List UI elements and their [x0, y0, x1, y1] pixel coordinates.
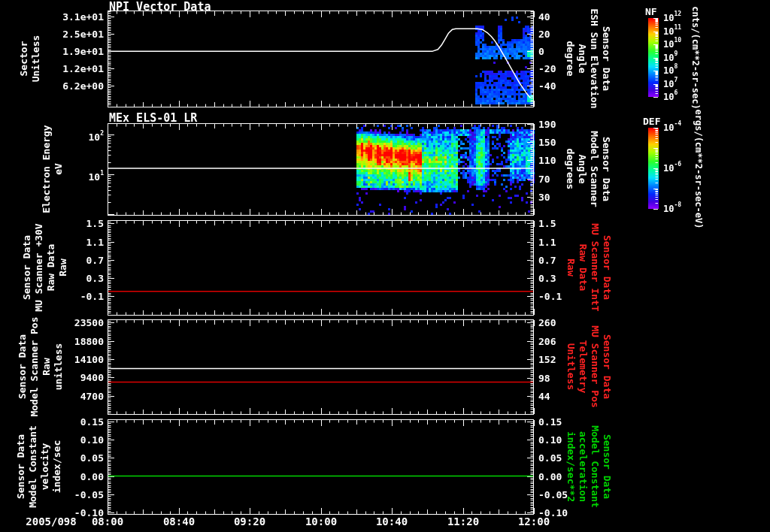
y-tick-label-left: 2.5e+01 [44, 29, 104, 40]
colorbar-def-unit-label: ergs/(cm**2-sr-sec-eV) [693, 110, 704, 229]
x-tick-label: 11:20 [437, 515, 490, 527]
ylabel-right-model-constant-acceleration: Sensor Data Model Constant acceleration … [565, 425, 613, 508]
x-tick-label: 10:40 [365, 515, 418, 527]
ylabel-right-mu-scanner-pos: Sensor Data MU Scanner Pos Telemetry Uni… [565, 325, 613, 408]
colorbar-nf-tick-label: 107 [663, 78, 708, 89]
ylabel-left-sector: Sector Unitless [18, 35, 42, 83]
ylabel-right-mu-scanner-intt: Sensor Data MU Scanner IntT Raw Data Raw [565, 223, 613, 311]
x-tick-label: 09:20 [223, 515, 276, 527]
colorbar-def-title: DEF [643, 116, 660, 127]
generated-labels-layer: 3.1e+012.5e+011.9e+011.2e+016.2e+0040200… [0, 0, 770, 532]
ylabel-right-esh-sun-elevation: Sensor Data ESH Sun Elevation Angle degr… [564, 8, 612, 108]
y-tick-label-right: 190 [538, 119, 599, 130]
panel-title-mex-els-01-lr: MEx ELS-01 LR [109, 111, 197, 125]
x-tick-label: 08:40 [153, 515, 205, 527]
plot-screen: 3.1e+012.5e+011.9e+011.2e+016.2e+0040200… [0, 0, 770, 532]
colorbar-nf-title: NF [645, 6, 657, 17]
colorbar-nf-tick-label: 1011 [663, 26, 708, 37]
x-tick-label: 10:00 [295, 515, 347, 527]
y-tick-label-left: 3.1e+01 [44, 11, 104, 23]
y-tick-label-left: 6.2e+00 [44, 80, 104, 92]
ylabel-left-electron-energy: Electron Energy eV [41, 125, 65, 213]
y-tick-label-left: 1.2e+01 [44, 63, 104, 74]
colorbar-nf-unit-label: cnts/(cm**2-sr-sec) [690, 6, 701, 109]
x-tick-label: 12:00 [508, 515, 560, 527]
colorbar-nf-tick-label: 1012 [663, 12, 708, 23]
ylabel-left-model-scanner-pos: Sensor Data Model Scanner Pos Raw unitle… [17, 316, 65, 416]
colorbar-nf-tick-label: 106 [663, 91, 708, 102]
x-tick-label: 08:00 [81, 515, 134, 527]
date-label: 2005/098 [14, 515, 89, 527]
ylabel-right-model-scanner-angle: Sensor Data Model Scanner Angle degrees [564, 131, 612, 207]
panel-title-npi-vector-data: NPI Vector Data [109, 0, 211, 14]
colorbar-nf-tick-label: 109 [663, 52, 708, 63]
colorbar-nf-tick-label: 108 [663, 65, 708, 76]
y-tick-label-left: 1.9e+01 [44, 46, 104, 57]
colorbar-nf-tick-label: 1010 [663, 38, 708, 50]
ylabel-left-mu-scanner-30v: Sensor Data MU Scanner +30V Raw Data Raw [21, 223, 69, 311]
ylabel-left-model-constant: Sensor Data Model Constant velocity inde… [15, 425, 63, 508]
